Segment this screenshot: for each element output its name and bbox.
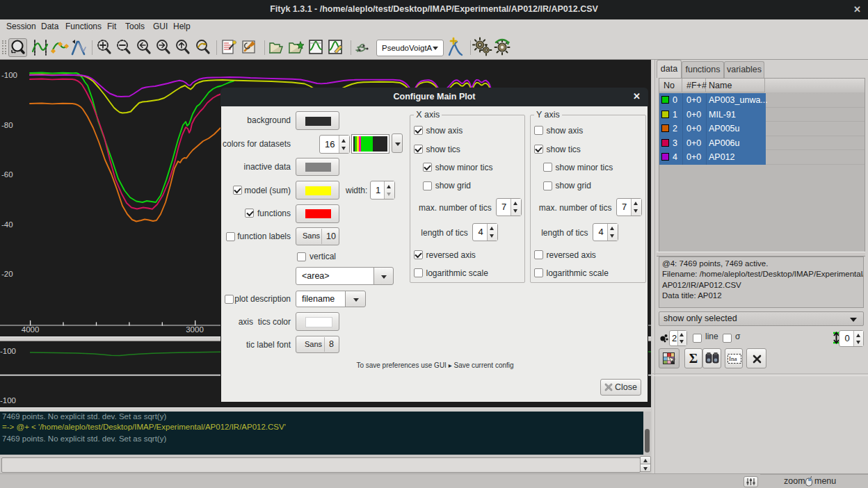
svg-text:-80: -80 (1, 121, 13, 129)
svg-text:-100: -100 (1, 71, 17, 79)
svg-text:Ina: Ina (729, 355, 737, 362)
svg-text:4000: 4000 (22, 325, 40, 334)
svg-text:-20: -20 (1, 270, 13, 278)
svg-text:-100: -100 (0, 347, 16, 355)
svg-text:-40: -40 (1, 220, 13, 229)
svg-text:-100: -100 (0, 396, 16, 405)
svg-text:3000: 3000 (186, 325, 204, 334)
svg-text:-60: -60 (1, 170, 13, 179)
